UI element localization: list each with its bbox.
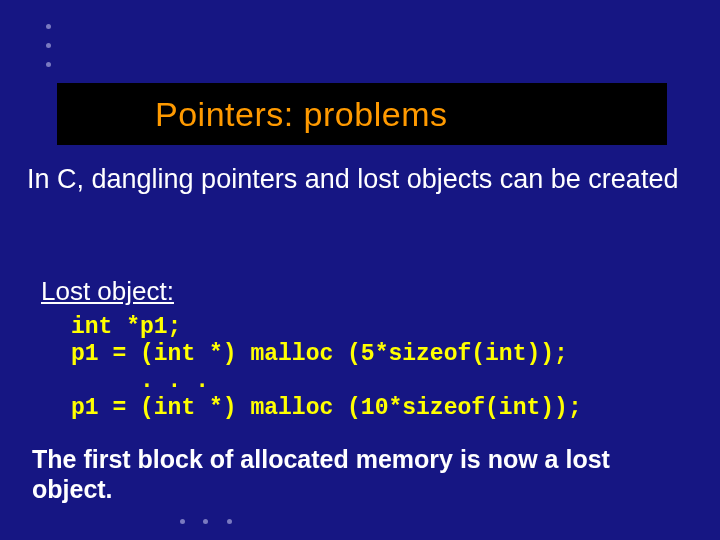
code-block: int *p1; p1 = (int *) malloc (5*sizeof(i… (71, 314, 710, 423)
dot-icon (180, 519, 185, 524)
decorative-dots-top (46, 24, 51, 81)
dot-icon (46, 24, 51, 29)
decorative-dots-bottom (180, 512, 246, 530)
dot-icon (227, 519, 232, 524)
conclusion-text: The first block of allocated memory is n… (32, 444, 680, 504)
intro-text: In C, dangling pointers and lost objects… (27, 164, 690, 196)
slide-title: Pointers: problems (155, 95, 447, 134)
dot-icon (46, 43, 51, 48)
title-bar: Pointers: problems (57, 83, 667, 145)
dot-icon (203, 519, 208, 524)
dot-icon (46, 62, 51, 67)
subheading: Lost object: (41, 276, 174, 307)
